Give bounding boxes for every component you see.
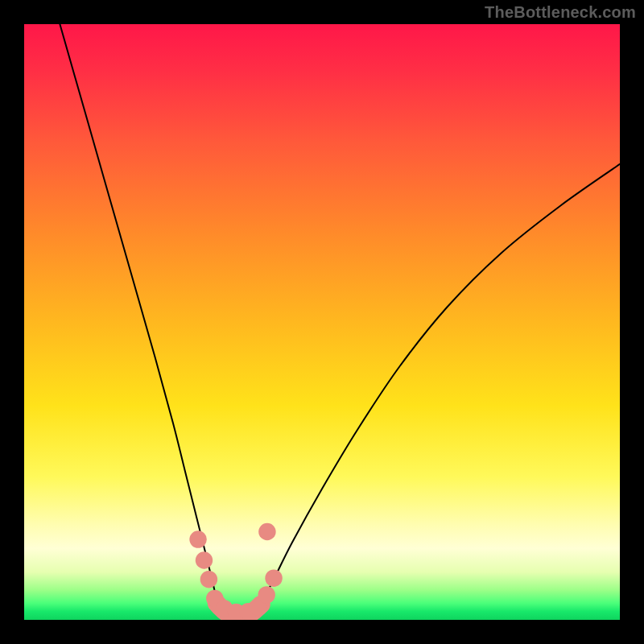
series-left-branch [60, 24, 217, 599]
series-layer [60, 24, 620, 599]
watermark-label: TheBottleneck.com [485, 3, 636, 21]
plot-area [24, 24, 620, 620]
marker-point [206, 590, 223, 607]
marker-point [258, 586, 275, 603]
valley-fill [217, 603, 261, 615]
chart-stage: TheBottleneck.com [0, 0, 644, 644]
marker-point [216, 600, 233, 617]
marker-point [250, 599, 266, 616]
marker-point [189, 530, 206, 547]
watermark-text: TheBottleneck.com [485, 3, 636, 22]
marker-point [258, 523, 275, 540]
marker-point [196, 551, 213, 568]
marker-point [228, 604, 245, 620]
marker-layer [189, 523, 282, 620]
marker-point [240, 603, 257, 620]
valley-fill-layer [217, 603, 261, 615]
series-right-branch [263, 164, 620, 599]
marker-point [200, 571, 217, 588]
curve-layer [24, 24, 620, 620]
marker-point [265, 569, 282, 586]
